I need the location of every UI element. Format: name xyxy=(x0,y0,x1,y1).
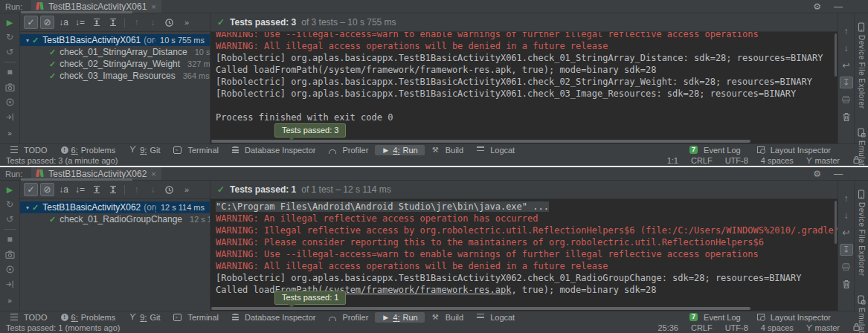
collapse-all-icon[interactable] xyxy=(106,183,120,196)
restart-icon[interactable]: ↺ xyxy=(4,47,16,57)
readonly-lock-icon[interactable] xyxy=(852,323,861,333)
toolwindow-button[interactable]: Profiler xyxy=(322,312,375,323)
import-test-results-icon[interactable] xyxy=(4,111,16,122)
toolwindow-button[interactable]: Layout Inspector xyxy=(750,312,838,323)
restart-icon[interactable]: ↺ xyxy=(4,214,16,224)
line-endings[interactable]: CRLF xyxy=(691,323,713,332)
hide-window-icon[interactable]: — xyxy=(834,2,843,11)
next-test-icon[interactable]: ↓ xyxy=(146,16,160,29)
toolwindow-button[interactable]: Database Inspector xyxy=(225,145,322,155)
file-encoding[interactable]: UTF-8 xyxy=(725,323,748,332)
sort-alphabetically-icon[interactable]: ↓a xyxy=(57,16,71,29)
expand-chevron-icon[interactable]: ▾ xyxy=(23,204,32,211)
expand-all-icon[interactable] xyxy=(89,16,103,29)
print-icon[interactable] xyxy=(840,94,853,106)
sort-by-duration-icon[interactable]: ↓= xyxy=(73,16,87,29)
clear-console-trash-icon[interactable] xyxy=(840,111,853,123)
expand-chevron-icon[interactable]: ▾ xyxy=(23,37,32,44)
stop-icon[interactable]: ■ xyxy=(4,67,16,77)
test-tree-row[interactable]: ✓ check_03_Image_Resources 364 ms xyxy=(20,70,210,82)
caret-position[interactable]: 25:36 xyxy=(658,323,678,332)
toolwindow-button[interactable]: Terminal xyxy=(167,145,225,155)
soft-wrap-icon[interactable]: ↩ xyxy=(840,59,853,71)
scroll-up-icon[interactable]: ↑ xyxy=(840,193,853,204)
indent-setting[interactable]: 4 spaces xyxy=(761,156,794,165)
test-tree-row[interactable]: ✓ check_01_StringArray_Distance 10 s 64 … xyxy=(20,46,210,58)
device-file-explorer-button[interactable]: Device File Explorer xyxy=(857,22,866,109)
git-branch-widget[interactable]: master xyxy=(806,323,840,332)
scroll-to-end-icon[interactable]: ↧ xyxy=(840,244,853,256)
previous-test-icon[interactable]: ↑ xyxy=(129,183,144,196)
close-tab-icon[interactable]: × xyxy=(151,169,155,178)
show-ignored-toggle-icon[interactable]: ⊘ xyxy=(40,16,54,29)
test-tree-row[interactable]: ✓ check_02_StringArray_Weight 327 ms xyxy=(20,58,210,70)
screenshot-camera-icon[interactable] xyxy=(4,82,16,92)
toolwindow-button[interactable]: 6 Problems xyxy=(54,145,123,155)
toolwindow-button[interactable]: 7 Event Log xyxy=(683,145,748,155)
console-vertical-scrollbar[interactable] xyxy=(835,201,837,244)
toolwindow-button[interactable]: Layout Inspector xyxy=(750,145,838,155)
readonly-lock-icon[interactable] xyxy=(852,155,861,166)
settings-gear-icon[interactable]: ⚙ xyxy=(813,2,821,11)
scroll-down-icon[interactable]: ↓ xyxy=(840,210,853,222)
rerun-play-icon[interactable]: ▶ xyxy=(4,17,16,28)
toolwindow-button[interactable]: Database Inspector xyxy=(225,312,322,323)
show-passed-toggle-icon[interactable]: ✓ xyxy=(24,16,38,29)
more-actions-icon[interactable]: » xyxy=(7,129,12,138)
rerun-failed-tests-icon[interactable]: ↻ xyxy=(4,32,16,42)
toolwindow-button[interactable]: 9 Git xyxy=(122,312,167,323)
previous-test-icon[interactable]: ↑ xyxy=(129,16,144,29)
toolwindow-button[interactable]: 4 Run xyxy=(375,312,424,323)
clear-console-trash-icon[interactable] xyxy=(840,278,853,290)
screen-record-icon[interactable] xyxy=(4,264,16,274)
caret-position[interactable]: 1:1 xyxy=(667,156,678,165)
toolwindow-button[interactable]: Terminal xyxy=(167,312,225,323)
toolwindow-button[interactable]: Build xyxy=(425,312,470,323)
scroll-down-icon[interactable]: ↓ xyxy=(840,42,853,54)
test-tree-row[interactable]: ✓ check_01_RadioGroupChange 12 s 114 ms xyxy=(20,213,210,225)
toolwindow-button[interactable]: TODO xyxy=(4,145,54,155)
print-icon[interactable] xyxy=(840,261,853,273)
toolwindow-button[interactable]: 7 Event Log xyxy=(683,312,748,323)
toolwindow-button[interactable]: Build xyxy=(425,145,470,155)
close-tab-icon[interactable]: × xyxy=(151,2,155,11)
indent-setting[interactable]: 4 spaces xyxy=(761,323,794,332)
screen-record-icon[interactable] xyxy=(4,97,16,107)
file-encoding[interactable]: UTF-8 xyxy=(725,156,748,165)
toolbar-more-icon[interactable]: » xyxy=(184,185,189,194)
toolwindow-button[interactable]: Profiler xyxy=(322,145,375,155)
more-actions-icon[interactable]: » xyxy=(7,297,12,305)
sort-alphabetically-icon[interactable]: ↓a xyxy=(57,183,71,196)
next-test-icon[interactable]: ↓ xyxy=(146,183,160,196)
hide-window-icon[interactable]: — xyxy=(834,169,843,178)
sort-by-duration-icon[interactable]: ↓= xyxy=(73,183,87,196)
screenshot-camera-icon[interactable] xyxy=(4,249,16,259)
settings-gear-icon[interactable]: ⚙ xyxy=(813,169,821,178)
test-tree-row[interactable]: ▾ ✓ TestB1BasicActivityX062 (org.aplas.t… xyxy=(20,201,210,213)
collapse-all-icon[interactable] xyxy=(106,16,120,29)
console-vertical-scrollbar[interactable] xyxy=(835,33,837,77)
test-tree-row[interactable]: ▾ ✓ TestB1BasicActivityX061 (org.aplas.t… xyxy=(20,34,210,46)
git-branch-widget[interactable]: master xyxy=(806,156,840,165)
toolwindow-button[interactable]: TODO xyxy=(4,312,54,323)
show-ignored-toggle-icon[interactable]: ⊘ xyxy=(40,183,54,196)
soft-wrap-icon[interactable]: ↩ xyxy=(840,227,853,239)
test-history-clock-icon[interactable] xyxy=(162,16,176,29)
rerun-play-icon[interactable]: ▶ xyxy=(4,184,16,195)
toolbar-more-icon[interactable]: » xyxy=(184,18,189,27)
device-file-explorer-button[interactable]: Device File Explorer xyxy=(857,190,866,276)
expand-all-icon[interactable] xyxy=(89,183,103,196)
import-test-results-icon[interactable] xyxy=(4,279,16,289)
test-history-clock-icon[interactable] xyxy=(162,183,176,196)
line-endings[interactable]: CRLF xyxy=(691,156,713,165)
scroll-to-end-icon[interactable]: ↧ xyxy=(840,77,853,88)
scroll-up-icon[interactable]: ↑ xyxy=(840,25,853,37)
toolwindow-button[interactable]: 6 Problems xyxy=(54,312,123,323)
toolwindow-button[interactable]: 4 Run xyxy=(375,145,424,155)
toolwindow-button[interactable]: 9 Git xyxy=(122,145,167,155)
stop-icon[interactable]: ■ xyxy=(4,234,16,245)
rerun-failed-tests-icon[interactable]: ↻ xyxy=(4,199,16,210)
toolwindow-button[interactable]: Logcat xyxy=(470,312,521,323)
show-passed-toggle-icon[interactable]: ✓ xyxy=(24,183,38,196)
toolwindow-button[interactable]: Logcat xyxy=(470,145,521,155)
